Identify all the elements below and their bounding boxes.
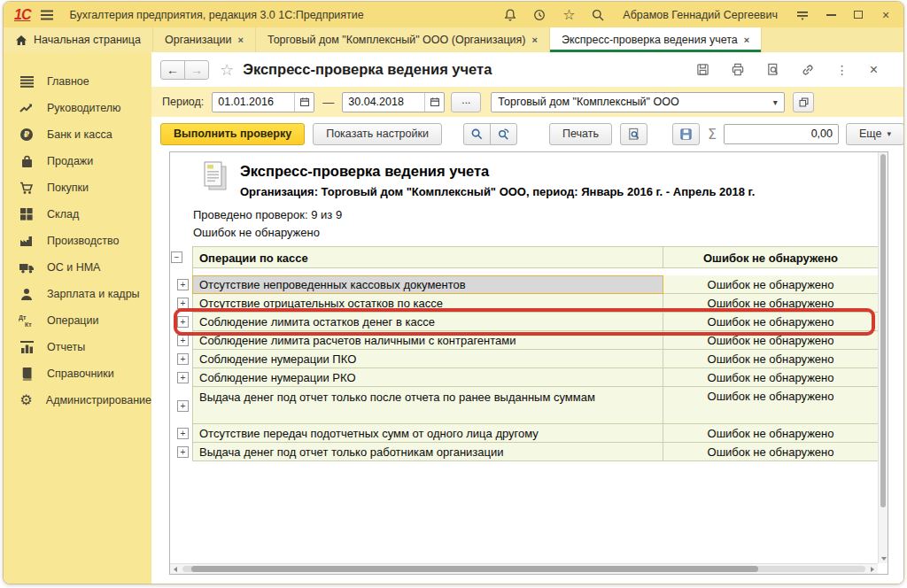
save-icon[interactable] bbox=[696, 63, 709, 76]
check-table-row[interactable]: + Отсутствие передач подотчетных сумм от… bbox=[171, 424, 878, 443]
nav-back-button[interactable]: ← bbox=[160, 60, 185, 80]
global-search-icon[interactable] bbox=[590, 7, 606, 23]
check-table-row[interactable]: + Отсутствие непроведенных кассовых доку… bbox=[171, 275, 878, 294]
tab-organizations[interactable]: Организации × bbox=[153, 27, 256, 52]
sidebar-item-fixed-assets[interactable]: ОС и НМА bbox=[4, 254, 151, 281]
check-row-label-cell[interactable]: Соблюдение нумерации РКО bbox=[192, 368, 663, 387]
check-table-row[interactable]: + Соблюдение нумерации ПКО Ошибок не обн… bbox=[171, 350, 878, 368]
current-user-name[interactable]: Абрамов Геннадий Сергеевич bbox=[623, 9, 778, 21]
save-result-button[interactable] bbox=[672, 123, 700, 145]
print-button[interactable]: Печать bbox=[549, 123, 612, 145]
minimize-button[interactable] bbox=[824, 8, 838, 22]
check-row-status-cell[interactable]: Ошибок не обнаружено bbox=[663, 331, 878, 350]
vertical-scrollbar[interactable] bbox=[878, 152, 888, 563]
expand-icon[interactable]: + bbox=[177, 316, 189, 328]
check-row-status-cell[interactable]: Ошибок не обнаружено bbox=[663, 350, 878, 368]
nav-forward-button[interactable]: → bbox=[184, 60, 209, 80]
horizontal-scrollbar[interactable] bbox=[170, 563, 878, 574]
sidebar-item-operations[interactable]: ДтКт Операции bbox=[4, 307, 151, 334]
sidebar-item-main[interactable]: Главное bbox=[4, 68, 151, 95]
expand-icon[interactable]: + bbox=[177, 298, 189, 309]
check-row-status-cell[interactable]: Ошибок не обнаружено bbox=[663, 387, 878, 424]
sidebar-item-production[interactable]: Производство bbox=[4, 228, 151, 254]
check-table-row[interactable]: + Отсутствие отрицательных остатков по к… bbox=[171, 294, 878, 313]
vertical-scrollbar-thumb[interactable] bbox=[880, 154, 886, 507]
check-table-row[interactable]: + Выдача денег под отчет только работник… bbox=[171, 443, 878, 461]
chevron-down-icon[interactable]: ▾ bbox=[766, 93, 784, 112]
check-row-status-cell[interactable]: Ошибок не обнаружено bbox=[663, 424, 878, 443]
sidebar-item-bank-cash[interactable]: ₽ Банк и касса bbox=[4, 121, 151, 148]
more-actions-kebab-icon[interactable]: ⋮ bbox=[836, 63, 849, 77]
check-table-row[interactable]: + Выдача денег под отчет только после от… bbox=[171, 387, 878, 424]
check-row-label-cell[interactable]: Соблюдение лимита расчетов наличными с к… bbox=[192, 331, 663, 350]
get-link-icon[interactable] bbox=[801, 63, 815, 77]
horizontal-scrollbar-thumb[interactable] bbox=[191, 566, 758, 572]
collapse-icon[interactable]: − bbox=[171, 251, 182, 263]
sidebar-item-administration[interactable]: ⚙ Администрирование bbox=[4, 387, 151, 414]
check-row-status-cell[interactable]: Ошибок не обнаружено bbox=[663, 294, 878, 313]
check-row-label-cell[interactable]: Выдача денег под отчет только после отче… bbox=[192, 387, 663, 424]
check-table-row[interactable]: + Соблюдение лимита расчетов наличными с… bbox=[171, 331, 878, 350]
close-tab-icon[interactable]: × bbox=[744, 35, 749, 45]
table-section-row[interactable]: − Операции по кассе Ошибок не обнаружено bbox=[171, 246, 878, 268]
organization-combobox[interactable]: Торговый дом "Комплексный" ООО ▾ bbox=[491, 92, 785, 112]
close-tab-icon[interactable]: × bbox=[238, 35, 244, 45]
print-icon[interactable] bbox=[731, 63, 745, 76]
section-status-cell[interactable]: Ошибок не обнаружено bbox=[663, 246, 878, 268]
sidebar-item-manager[interactable]: Руководителю bbox=[4, 95, 151, 121]
show-settings-button[interactable]: Показать настройки bbox=[313, 123, 442, 145]
expand-icon[interactable]: + bbox=[177, 446, 189, 458]
check-row-label-cell[interactable]: Отсутствие непроведенных кассовых докуме… bbox=[192, 275, 663, 294]
service-menu-icon[interactable] bbox=[795, 7, 810, 23]
check-row-status-cell[interactable]: Ошибок не обнаружено bbox=[663, 275, 878, 294]
find-button[interactable] bbox=[463, 123, 491, 145]
run-check-button[interactable]: Выполнить проверку bbox=[160, 123, 305, 145]
sidebar-item-sales[interactable]: Продажи bbox=[4, 148, 151, 174]
tab-organization-card[interactable]: Торговый дом "Комплексный" ООО (Организа… bbox=[256, 27, 550, 52]
tab-home[interactable]: Начальная страница bbox=[4, 27, 153, 52]
check-row-status-cell[interactable]: Ошибок не обнаружено bbox=[663, 443, 878, 461]
period-to-input[interactable] bbox=[343, 93, 424, 112]
check-row-label-cell[interactable]: Выдача денег под отчет только работникам… bbox=[192, 443, 663, 461]
close-tab-icon[interactable]: × bbox=[531, 35, 537, 45]
add-favorite-star-icon[interactable]: ☆ bbox=[220, 60, 234, 79]
find-next-button[interactable] bbox=[490, 123, 517, 145]
calendar-icon[interactable] bbox=[294, 93, 314, 112]
notifications-bell-icon[interactable] bbox=[502, 7, 518, 23]
check-row-label-cell[interactable]: Соблюдение лимита остатков денег в кассе bbox=[192, 313, 663, 331]
expand-icon[interactable]: + bbox=[177, 353, 189, 365]
sidebar-item-reports[interactable]: Отчеты bbox=[4, 334, 151, 360]
check-row-status-cell[interactable]: Ошибок не обнаружено bbox=[663, 313, 878, 331]
sum-field[interactable] bbox=[724, 124, 839, 144]
expand-icon[interactable]: + bbox=[177, 400, 189, 412]
scroll-down-arrow-icon[interactable] bbox=[881, 557, 887, 561]
expand-icon[interactable]: + bbox=[177, 428, 189, 439]
print-preview-icon[interactable] bbox=[766, 63, 779, 76]
favorites-star-icon[interactable]: ☆ bbox=[561, 7, 577, 23]
check-row-label-cell[interactable]: Отсутствие отрицательных остатков по кас… bbox=[192, 294, 663, 313]
calendar-icon[interactable] bbox=[424, 93, 444, 112]
close-form-icon[interactable]: × bbox=[870, 62, 878, 78]
check-table-row[interactable]: + Соблюдение лимита остатков денег в кас… bbox=[171, 313, 878, 331]
close-window-button[interactable]: × bbox=[879, 8, 893, 22]
open-organization-button[interactable] bbox=[793, 92, 814, 112]
period-choose-button[interactable]: ... bbox=[451, 92, 481, 112]
sidebar-item-purchases[interactable]: Покупки bbox=[4, 174, 151, 201]
tab-express-check[interactable]: Экспресс-проверка ведения учета × bbox=[550, 27, 762, 52]
check-row-status-cell[interactable]: Ошибок не обнаружено bbox=[663, 368, 878, 387]
main-menu-icon[interactable] bbox=[39, 7, 55, 23]
history-icon[interactable] bbox=[531, 7, 547, 23]
more-button[interactable]: Еще ▾ bbox=[846, 123, 904, 145]
maximize-button[interactable] bbox=[851, 8, 865, 22]
check-table-row[interactable]: + Соблюдение нумерации РКО Ошибок не обн… bbox=[171, 368, 878, 387]
expand-icon[interactable]: + bbox=[177, 335, 189, 346]
scroll-left-arrow-icon[interactable] bbox=[174, 567, 177, 572]
check-row-label-cell[interactable]: Соблюдение нумерации ПКО bbox=[192, 350, 663, 368]
period-from-input[interactable] bbox=[213, 93, 294, 112]
expand-icon[interactable]: + bbox=[177, 279, 189, 290]
check-row-label-cell[interactable]: Отсутствие передач подотчетных сумм от о… bbox=[192, 424, 663, 443]
expand-icon[interactable]: + bbox=[177, 372, 189, 383]
section-header-cell[interactable]: Операции по кассе bbox=[192, 246, 663, 268]
sidebar-item-warehouse[interactable]: Склад bbox=[4, 201, 151, 228]
scroll-right-arrow-icon[interactable] bbox=[871, 567, 874, 572]
